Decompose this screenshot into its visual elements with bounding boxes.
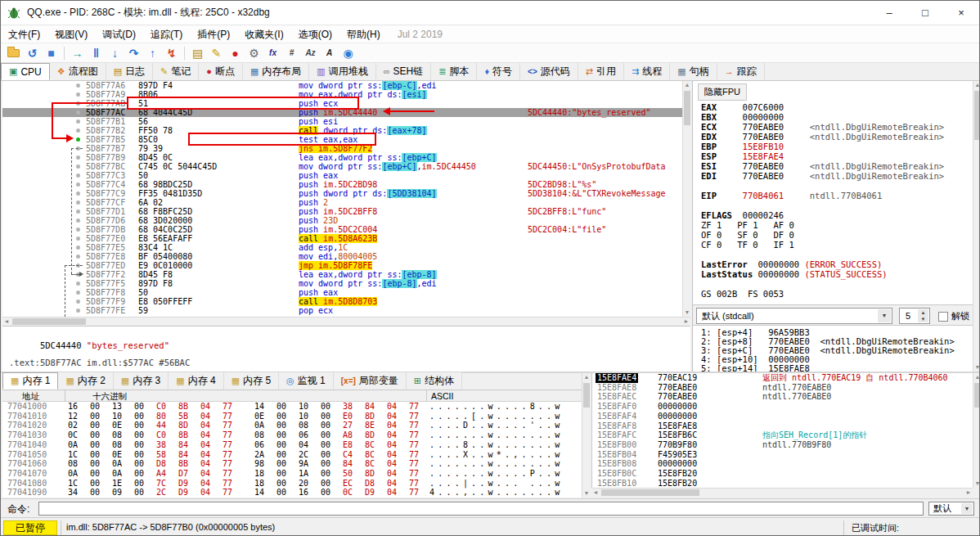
register-line[interactable]: LastStatus 00000000 (STATUS_SUCCESS) — [701, 269, 944, 279]
menu-item[interactable]: 收藏夹(I) — [237, 25, 290, 43]
command-input[interactable] — [38, 502, 924, 516]
disasm-row[interactable]: 5D8F77CF6A 02push 2 — [2, 198, 682, 207]
trace-icon[interactable]: ↯ — [162, 45, 181, 61]
stack-row[interactable]: 15E8FB04F45905E3 — [592, 450, 973, 460]
disasm-row[interactable]: 5D8F77C9FF35 0481D35Dpush dword ptr ds:[… — [2, 189, 682, 198]
tab-breakpoints[interactable]: ●断点 — [199, 63, 243, 80]
stack-row[interactable]: 15E8FAF815E8FAE8 — [592, 421, 973, 431]
menu-item[interactable]: 追踪(T) — [143, 25, 190, 43]
hash-icon[interactable]: # — [282, 45, 301, 61]
stack-row[interactable]: 15E8FAF400000000 — [592, 412, 973, 421]
register-line[interactable]: EIP 770B4061 ntdll.770B4061 — [701, 191, 944, 200]
stack-row[interactable]: 15E8FB0C15E8FB20 — [592, 469, 973, 479]
scroll-up-icon[interactable]: ▲ — [582, 373, 591, 381]
tab-cpu[interactable]: ▣CPU — [1, 63, 50, 80]
chevron-down-icon[interactable]: ▼ — [878, 309, 891, 322]
breakpoint-dot-enabled[interactable] — [76, 137, 80, 142]
functions-icon[interactable]: fx — [263, 45, 282, 61]
execute-till-return-icon[interactable]: ↑ — [143, 45, 162, 61]
scroll-down-icon[interactable]: ▼ — [973, 363, 980, 372]
stack-row[interactable]: 15E8FAFC15E8FB6C指向SEH_Record[1]的指针 — [592, 430, 973, 440]
tab-references[interactable]: ⇄引用 — [578, 63, 624, 80]
dump-row[interactable]: 7704106008000A00D88B047798009A00848C0477… — [2, 459, 582, 469]
register-line[interactable]: EDX 770EABE0 <ntdll.DbgUiRemoteBreakin> — [701, 132, 944, 142]
breakpoint-dot[interactable] — [76, 119, 80, 124]
scrollbar-thumb[interactable] — [974, 383, 980, 408]
log-icon[interactable]: ▤ — [188, 45, 207, 61]
breakpoint-dot[interactable] — [76, 218, 80, 223]
breakpoint-dot[interactable] — [76, 236, 80, 241]
breakpoint-dot[interactable] — [76, 282, 80, 286]
restart-icon[interactable]: ↺ — [23, 45, 42, 61]
step-over-icon[interactable]: ↷ — [124, 45, 143, 61]
breakpoint-dot[interactable] — [76, 164, 80, 169]
maximize-button[interactable]: □ — [907, 1, 943, 25]
dump-row[interactable]: 7704100016001300C08B04771400100038840477… — [2, 402, 582, 412]
disasm-row[interactable]: 5D8F77FE59pop ecx — [2, 306, 682, 315]
register-line[interactable]: EBX 00000000 — [701, 112, 944, 122]
scroll-left-icon[interactable]: ◄ — [591, 489, 600, 497]
breakpoint-dot[interactable] — [76, 309, 80, 313]
breakpoint-dot[interactable] — [76, 155, 80, 160]
disasm-row[interactable]: 5D8F77BCC745 0C 5044C45Dmov dword ptr ss… — [2, 162, 682, 171]
breakpoint-dot[interactable] — [76, 128, 80, 133]
settings-gear-icon[interactable]: ⚙ — [245, 45, 263, 61]
register-line[interactable]: ECX 770EABE0 <ntdll.DbgUiRemoteBreakin> — [701, 122, 944, 132]
tab-dump-4[interactable]: ▦内存 4 — [169, 372, 223, 390]
menu-item[interactable]: 视图(V) — [47, 25, 95, 43]
dump-row[interactable]: 7704101012001000805B04770E001000E08D0477… — [2, 412, 582, 421]
tab-graph[interactable]: ❖流程图 — [50, 63, 106, 80]
tab-struct[interactable]: ⊞结构体 — [407, 372, 462, 390]
breakpoint-dot[interactable] — [76, 92, 80, 97]
stack-pane[interactable]: 15E8FAE4770EAC19返回到 ntdll.770EAC19 自 ntd… — [591, 373, 973, 488]
stack-row[interactable]: 15E8FB00770B9F80ntdll.770B9F80 — [592, 440, 973, 450]
breakpoint-dot[interactable] — [76, 227, 80, 232]
scroll-down-icon[interactable]: ▼ — [973, 480, 980, 488]
register-line[interactable]: GS 002B FS 0053 — [701, 289, 944, 299]
register-line[interactable]: ZF 1 PF 1 AF 0 — [701, 220, 944, 230]
dump-row[interactable]: 770410501C000E00588404772A002C00C48C0477… — [2, 450, 582, 460]
disasm-row[interactable]: 5D8F77EDE9 0C010000jmp im.5D8F78FE — [2, 261, 682, 270]
disassembly-pane[interactable]: 5D8F77A6897D F4mov dword ptr ss:[ebp-C],… — [2, 81, 682, 317]
tab-memory-map[interactable]: ▦内存布局 — [243, 63, 309, 80]
dump-vscrollbar[interactable]: ▲ ▼ — [582, 373, 590, 498]
stack-vscrollbar[interactable]: ▲ ▼ — [973, 373, 980, 488]
register-line[interactable]: ESP 15E8FAE4 — [701, 151, 944, 161]
step-into-icon[interactable]: ↓ — [106, 45, 124, 61]
menu-item[interactable]: 文件(F) — [1, 25, 47, 43]
disasm-row[interactable]: 5D8F77A6897D F4mov dword ptr ss:[ebp-C],… — [2, 81, 682, 90]
tab-source[interactable]: <>源代码 — [520, 63, 578, 80]
dump-row[interactable]: 770410400A0008003884047706000400E88C0477… — [2, 440, 582, 450]
scroll-up-icon[interactable]: ▲ — [973, 81, 980, 89]
scroll-down-icon[interactable]: ▼ — [683, 309, 691, 317]
scroll-right-icon[interactable]: ► — [964, 489, 973, 497]
disasm-row[interactable]: 5D8F77C350push eax — [2, 171, 682, 180]
scroll-up-icon[interactable]: ▲ — [683, 81, 691, 89]
scrollbar-thumb[interactable] — [684, 91, 690, 125]
sphere-icon[interactable]: ◉ — [339, 45, 357, 61]
tab-call-stack[interactable]: ▥调用堆栈 — [309, 63, 375, 80]
scrollbar-thumb[interactable] — [12, 318, 86, 325]
calling-convention-dropdown[interactable]: 默认 (stdcall) ▼ — [696, 308, 892, 324]
disasm-row[interactable]: 5D8F77DB68 04C0C25Dpush im.5DC2C0045DC2C… — [2, 225, 682, 234]
disasm-row[interactable]: 5D8F77B98D45 0Clea eax,dword ptr ss:[ebp… — [2, 153, 682, 162]
register-line[interactable] — [701, 279, 944, 289]
breakpoint-dot[interactable] — [76, 191, 80, 196]
menu-item[interactable]: 选项(O) — [291, 25, 339, 43]
argument-count-stepper[interactable]: 5 ▲▼ — [899, 308, 930, 324]
tab-dump-3[interactable]: ▦内存 3 — [114, 372, 169, 390]
stop-icon[interactable]: ■ — [42, 45, 61, 61]
disasm-row[interactable]: 5D8F77B156push esi — [2, 117, 682, 126]
breakpoint-dot[interactable] — [76, 182, 80, 187]
breakpoint-dot[interactable] — [76, 245, 80, 250]
dump-row[interactable]: 7704102002000E00448D04770A000800278E0477… — [2, 421, 582, 430]
minimize-button[interactable]: – — [871, 1, 907, 25]
register-line[interactable] — [701, 250, 944, 259]
tab-watch-1[interactable]: ◎监视 1 — [279, 372, 334, 390]
stack-row[interactable]: 15E8FAEC770EABE0ntdll.770EABE0 — [592, 392, 973, 402]
register-line[interactable]: EDI 770EABE0 <ntdll.DbgUiRemoteBreakin> — [701, 171, 944, 181]
register-line[interactable]: EAX 007C6000 — [701, 102, 944, 112]
tab-dump-2[interactable]: ▦内存 2 — [58, 372, 113, 390]
hide-fpu-button[interactable]: 隐藏FPU — [698, 83, 747, 101]
disasm-row[interactable]: 5D8F77E583C4 1Cadd esp,1C — [2, 243, 682, 252]
